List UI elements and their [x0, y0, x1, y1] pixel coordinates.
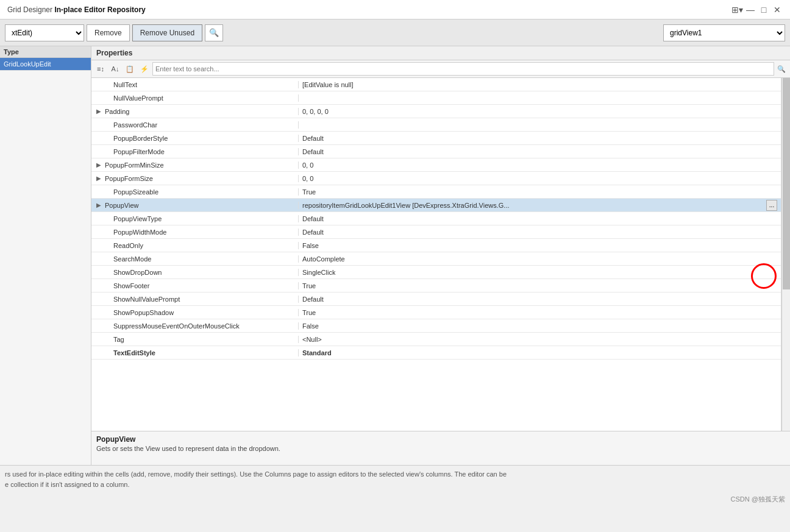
prop-name-cell: ▶PopupView [91, 202, 299, 209]
prop-value-label: Default [302, 135, 324, 142]
main-content: Type GridLookUpEdit Properties ≡↕ A↓ 📋 ⚡… [0, 46, 790, 465]
remove-unused-button[interactable]: Remove Unused [132, 24, 202, 41]
selected-type-item[interactable]: GridLookUpEdit [0, 58, 91, 71]
prop-name-label: NullText [113, 81, 137, 88]
prop-value-cell: True [299, 188, 781, 196]
sort-alpha-btn[interactable]: A↓ [109, 62, 122, 76]
prop-name-cell: PasswordChar [91, 121, 299, 129]
prop-name-label: PopupWidthMode [113, 229, 166, 236]
table-row[interactable]: ShowPopupShadowTrue [91, 306, 781, 319]
table-row[interactable]: ShowNullValuePromptDefault [91, 293, 781, 306]
grid-scroll-wrapper: NullText[EditValue is null]NullValueProm… [91, 78, 781, 431]
prop-name-cell: NullValuePrompt [91, 94, 299, 102]
prop-name-label: SearchMode [113, 255, 151, 263]
prop-name-cell: ShowDropDown [91, 269, 299, 276]
table-row[interactable]: PopupBorderStyleDefault [91, 132, 781, 145]
prop-name-label: Tag [113, 336, 124, 343]
expand-arrow-icon[interactable]: ▶ [96, 202, 102, 208]
search-button[interactable]: 🔍 [205, 24, 223, 41]
close-button[interactable]: ✕ [772, 4, 783, 15]
prop-name-label: PopupFormSize [105, 175, 153, 182]
prop-value-cell: AutoComplete [299, 255, 781, 263]
left-panel: Type GridLookUpEdit [0, 46, 91, 465]
table-row[interactable]: Tag<Null> [91, 333, 781, 346]
prop-value-cell: repositoryItemGridLookUpEdit1View [DevEx… [299, 200, 781, 211]
prop-name-label: PasswordChar [113, 121, 157, 129]
prop-value-label: True [302, 309, 316, 316]
prop-value-cell: True [299, 282, 781, 289]
prop-value-label: Default [302, 215, 324, 222]
prop-pages-btn[interactable]: 📋 [123, 62, 137, 76]
minimize-button[interactable]: — [745, 4, 756, 15]
prop-value-cell: Default [299, 135, 781, 142]
prop-value-label: AutoComplete [302, 255, 345, 263]
expand-arrow-icon[interactable]: ▶ [96, 175, 102, 182]
description-text: Gets or sets the View used to represent … [96, 445, 785, 452]
table-row[interactable]: ▶PopupViewrepositoryItemGridLookUpEdit1V… [91, 199, 781, 212]
type-column-header: Type [4, 48, 19, 55]
prop-name-label: PopupSizeable [113, 188, 158, 196]
prop-value-label: [EditValue is null] [302, 81, 354, 88]
expand-arrow-icon[interactable]: ▶ [96, 108, 102, 115]
table-row[interactable]: ShowFooterTrue [91, 279, 781, 293]
properties-grid: NullText[EditValue is null]NullValueProm… [91, 78, 781, 431]
prop-name-label: ShowNullValuePrompt [113, 296, 180, 303]
editor-type-dropdown[interactable]: xtEdit) [5, 24, 84, 41]
prop-value-label: Default [302, 148, 324, 155]
table-row[interactable]: ▶PopupFormSize0, 0 [91, 172, 781, 185]
events-btn[interactable]: ⚡ [138, 62, 151, 76]
properties-toolbar: ≡↕ A↓ 📋 ⚡ 🔍 [91, 60, 790, 78]
table-row[interactable]: SearchModeAutoComplete [91, 252, 781, 266]
table-row[interactable]: PasswordChar [91, 118, 781, 132]
restore-button[interactable]: □ [758, 4, 769, 15]
prop-value-label: 0, 0, 0, 0 [302, 108, 329, 115]
prop-name-cell: PopupWidthMode [91, 229, 299, 236]
scrollbar[interactable] [781, 78, 790, 431]
prop-value-label: <Null> [302, 336, 322, 343]
table-row[interactable]: NullText[EditValue is null] [91, 78, 781, 91]
prop-value-label: Default [302, 296, 324, 303]
right-panel: Properties ≡↕ A↓ 📋 ⚡ 🔍 NullText[EditValu… [91, 46, 790, 465]
table-row[interactable]: PopupSizeableTrue [91, 185, 781, 199]
table-row[interactable]: PopupWidthModeDefault [91, 225, 781, 239]
bottom-text-line1: rs used for in-place editing within the … [5, 469, 731, 480]
view-dropdown[interactable]: gridView1 [663, 24, 785, 41]
table-row[interactable]: ▶PopupFormMinSize0, 0 [91, 158, 781, 172]
prop-name-cell: PopupSizeable [91, 188, 299, 196]
table-row[interactable]: SuppressMouseEventOnOuterMouseClickFalse [91, 319, 781, 333]
table-row[interactable]: PopupViewTypeDefault [91, 212, 781, 225]
table-row[interactable]: PopupFilterModeDefault [91, 145, 781, 158]
properties-search-input[interactable] [152, 62, 774, 76]
description-panel: PopupView Gets or sets the View used to … [91, 431, 790, 465]
ellipsis-button[interactable]: ... [766, 200, 777, 211]
table-row[interactable]: ReadOnlyFalse [91, 239, 781, 252]
prop-name-cell: TextEditStyle [91, 349, 299, 356]
expand-arrow-icon[interactable]: ▶ [96, 161, 102, 168]
title-bar-controls: ⊞▾ — □ ✕ [731, 4, 783, 15]
title-bold-text: In-place Editor Repository [54, 5, 145, 14]
title-bar: Grid Designer In-place Editor Repository… [0, 0, 790, 20]
prop-name-cell: ▶Padding [91, 108, 299, 115]
prop-value-cell: Default [299, 215, 781, 222]
prop-name-label: PopupFormMinSize [105, 161, 164, 169]
prop-name-cell: SuppressMouseEventOnOuterMouseClick [91, 322, 299, 330]
prop-value-cell: <Null> [299, 336, 781, 343]
properties-container: NullText[EditValue is null]NullValueProm… [91, 78, 790, 431]
table-row[interactable]: NullValuePrompt [91, 91, 781, 105]
left-panel-header: Type [0, 46, 91, 58]
table-row[interactable]: TextEditStyleStandard [91, 346, 781, 360]
bottom-text: rs used for in-place editing within the … [5, 469, 731, 489]
table-row[interactable]: ShowDropDownSingleClick [91, 266, 781, 279]
grid-icon-btn[interactable]: ⊞▾ [731, 4, 742, 15]
remove-button[interactable]: Remove [87, 24, 130, 41]
sort-category-btn[interactable]: ≡↕ [94, 62, 107, 76]
table-row[interactable]: ▶Padding0, 0, 0, 0 [91, 105, 781, 118]
prop-value-label: Standard [302, 349, 332, 356]
prop-name-label: SuppressMouseEventOnOuterMouseClick [113, 322, 240, 330]
properties-title: Properties [96, 49, 132, 57]
prop-value-label: False [302, 242, 319, 249]
prop-value-cell: SingleClick [299, 269, 781, 276]
prop-value-cell: Default [299, 229, 781, 236]
prop-name-label: ShowPopupShadow [113, 309, 174, 316]
prop-name-label: PopupView [105, 202, 138, 209]
